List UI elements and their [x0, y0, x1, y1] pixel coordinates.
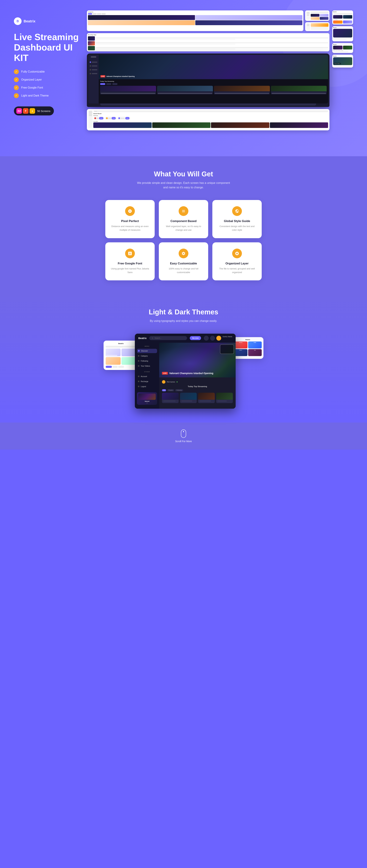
- videos-icon: [138, 365, 139, 367]
- categories-screen: Categories: [87, 10, 303, 31]
- screen-bar: [333, 66, 352, 67]
- card-title-bar: [199, 401, 211, 401]
- clip-title: [96, 47, 329, 48]
- sidebar-item-your-videos[interactable]: Your Videos: [137, 364, 157, 368]
- light-search: [106, 346, 136, 347]
- sidebar-item: [89, 72, 98, 75]
- screen-hero: Browse To Rada...: [333, 57, 352, 65]
- card-desc: Using google font named Plus Jakarta San…: [110, 267, 150, 274]
- sb-item: [89, 114, 92, 115]
- header-preview: [311, 11, 329, 13]
- sidebar-item: [89, 65, 98, 67]
- sidebar-item-account[interactable]: Account: [137, 374, 157, 379]
- filter-tab: [100, 83, 105, 85]
- content-preview: [311, 11, 329, 20]
- search-bar[interactable]: Search...: [149, 336, 187, 340]
- small-screen-2: [305, 22, 330, 31]
- golive-button[interactable]: Go Live: [190, 336, 201, 340]
- main-content: LIVE Valorant Champions Istanbul Opening…: [159, 343, 236, 409]
- pixel-perfect-icon: [125, 206, 135, 216]
- search-placeholder: Search...: [154, 337, 162, 339]
- wyg-title: What You Will Get: [14, 170, 353, 178]
- live-cards: [93, 122, 328, 128]
- clip-thumb: [88, 46, 95, 50]
- clip-item: [88, 36, 329, 41]
- screen-row: [333, 45, 352, 50]
- sidebar-dot: [90, 73, 91, 74]
- sidebar-item-following[interactable]: Following: [137, 359, 157, 363]
- hero-left-content: B Beatrix Live Streaming Dashboard UI KI…: [14, 10, 80, 116]
- sidebar-item-logout[interactable]: Logout: [137, 384, 157, 389]
- brand-name: Beatrix: [24, 19, 35, 23]
- stream-card: [157, 86, 213, 94]
- light-logo: Beatrix: [106, 343, 136, 344]
- screen-bar: [333, 13, 352, 14]
- sidebar-item-category[interactable]: Category: [137, 354, 157, 358]
- card-info: [162, 400, 179, 403]
- card-thumbnail: [198, 393, 215, 400]
- channel-name: Shroud: [108, 118, 111, 119]
- game-label: Dota 2: [234, 349, 248, 351]
- app-body: MENU Discover Category Following: [135, 343, 236, 409]
- follow-btn[interactable]: Follow: [112, 117, 116, 119]
- logo-icon: B: [14, 18, 22, 25]
- card-info: [272, 93, 326, 94]
- main-mockup-stack: Categories: [87, 10, 330, 130]
- screen-row: [333, 15, 352, 19]
- laptop-base: [100, 103, 316, 105]
- themes-section: Light & Dark Themes By using typography …: [0, 294, 367, 423]
- channel-list: Ninja Follow Shroud Follow Nickmercs: [93, 117, 328, 120]
- stream-info: LIVE Valorant Champions Istanbul Opening: [162, 372, 214, 375]
- light-card: [121, 349, 136, 356]
- far-screen-4: Beatrix Browse To Rada...: [332, 55, 353, 67]
- user-avatar[interactable]: [216, 336, 221, 341]
- follow-btn[interactable]: Follow: [125, 117, 130, 119]
- other-menu-label: OTHER: [137, 371, 157, 373]
- clip-meta: [96, 44, 235, 44]
- card-thumb: [271, 86, 327, 91]
- light-card: [121, 357, 136, 365]
- clip-meta: [96, 49, 235, 49]
- promo-image: [138, 394, 156, 400]
- easy-customizable-icon: [179, 249, 188, 258]
- content-bottom: Today Top Streaming: [99, 79, 328, 96]
- menu-label: MENU: [137, 345, 157, 347]
- channel-name: Nickmercs: [121, 118, 124, 119]
- laptop-mockup: LIVE Valorant Champions Istanbul Opening…: [87, 54, 330, 107]
- app-logo: Beatrix: [138, 337, 146, 340]
- follow-btn[interactable]: Follow: [99, 117, 103, 119]
- clip-info: [96, 37, 329, 39]
- label-overlay: Browse To Rada...: [334, 63, 341, 64]
- tab-all[interactable]: All: [162, 389, 166, 391]
- sidebar-preview: [88, 111, 93, 128]
- card-thumb: [100, 86, 156, 91]
- category-icon: [138, 355, 139, 356]
- features-grid: Pixel Perfect Distance and measure using…: [105, 200, 262, 280]
- sidebar-item-recharge[interactable]: Recharge: [137, 379, 157, 384]
- screens-count: 50 Screens: [37, 110, 50, 113]
- settings-icon[interactable]: [204, 336, 209, 341]
- card-title: Global Style Guide: [217, 219, 257, 223]
- sb-item: [89, 112, 92, 113]
- screen-label: Beatrix: [333, 56, 352, 57]
- free-font-icon: [125, 249, 135, 258]
- sketch-icon: ♦: [30, 108, 35, 114]
- stream-title: Valorant Champions Istanbul Opening: [169, 372, 214, 375]
- overlay-text: Browse To Rada...: [335, 63, 340, 64]
- channel-item: Shroud Follow: [105, 117, 117, 120]
- sidebar-item-discover[interactable]: Discover: [137, 349, 157, 353]
- tab-following[interactable]: Following: [175, 389, 183, 391]
- thumb: [333, 21, 342, 24]
- screen-row: [333, 21, 352, 24]
- label-text: Build Career With a Video: [333, 50, 352, 51]
- notifications-icon[interactable]: [210, 336, 215, 341]
- search-result-screen: Search Search Result Channels Ninja Foll…: [87, 109, 330, 130]
- tab-popular[interactable]: Popular: [167, 389, 174, 391]
- channel-name: Ninja: [96, 118, 98, 119]
- clip-thumb: [88, 41, 95, 45]
- right-light-mockup: Beatrix Valorant PUBG Dota 2 LoL: [232, 337, 263, 359]
- top-screens-row: Categories: [87, 10, 330, 31]
- side-screens: [305, 10, 330, 31]
- game-label: LoL: [248, 349, 262, 351]
- clip-thumb: [88, 36, 95, 41]
